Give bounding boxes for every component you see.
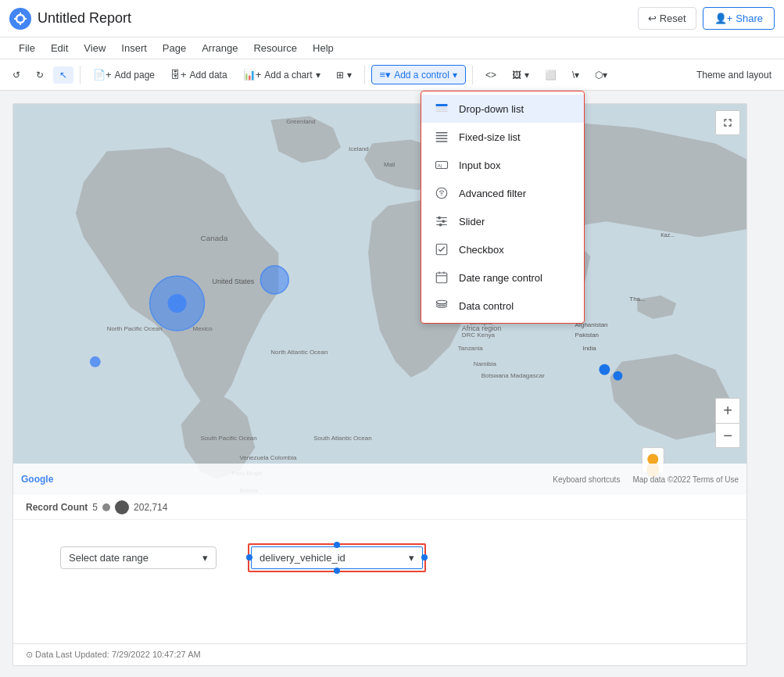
control-handle-bottom[interactable] (334, 568, 340, 574)
menu-item-input-box[interactable]: A| Input box (421, 151, 584, 179)
controls-row: Select date range ▾ delivery_vehicle_id … (13, 530, 746, 585)
menu-item-slider[interactable]: Slider (421, 207, 584, 235)
toolbar-divider-2 (364, 66, 365, 84)
menu-item-checkbox[interactable]: Checkbox (421, 235, 584, 263)
record-dot-large (115, 500, 129, 514)
control-handle-right[interactable] (421, 554, 428, 561)
component-chevron-icon: ▾ (347, 70, 352, 81)
undo-button[interactable]: ↺ (6, 66, 27, 84)
data-control-label: Data control (459, 300, 514, 312)
menu-page[interactable]: Page (156, 41, 192, 56)
reset-button[interactable]: ↩ Reset (638, 7, 696, 30)
svg-text:Iceland: Iceland (349, 145, 369, 152)
control-icon: ≡▾ (380, 69, 392, 81)
date-range-label: Date range control (459, 272, 542, 284)
date-range-icon (434, 270, 449, 285)
svg-text:Canada: Canada (200, 234, 227, 242)
share-button[interactable]: 👤+ Share (703, 7, 775, 30)
svg-text:A|: A| (438, 163, 442, 168)
dropdown-control-value: delivery_vehicle_id (260, 552, 345, 564)
record-count-number: 202,714 (134, 502, 167, 513)
add-chart-icon: 📊+ (243, 69, 262, 81)
redo-icon: ↻ (36, 70, 44, 81)
google-logo: Google (21, 474, 53, 485)
menu-bar: File Edit View Insert Page Arrange Resou… (0, 38, 784, 59)
menu-edit[interactable]: Edit (45, 41, 74, 56)
frame-button[interactable]: ⬜ (539, 66, 563, 84)
add-component-button[interactable]: ⊞ ▾ (330, 66, 358, 84)
checkbox-icon (434, 242, 449, 257)
map-zoom-out-button[interactable]: − (715, 423, 740, 448)
add-page-label: Add page (115, 70, 155, 81)
theme-layout-button[interactable]: Theme and layout (690, 66, 778, 84)
redo-button[interactable]: ↻ (30, 66, 50, 84)
code-button[interactable]: <> (479, 66, 503, 84)
data-last-updated: ⊙ Data Last Updated: 7/29/2022 10:47:27 … (26, 650, 201, 660)
menu-item-advanced-filter[interactable]: Advanced filter (421, 179, 584, 207)
add-chart-label: Add a chart (264, 70, 312, 81)
menu-item-fixed-size-list[interactable]: Fixed-size list (421, 123, 584, 151)
menu-view[interactable]: View (77, 41, 112, 56)
control-handle-top[interactable] (334, 542, 340, 548)
menu-help[interactable]: Help (306, 41, 340, 56)
input-box-label: Input box (459, 159, 501, 171)
svg-text:North Pacific Ocean: North Pacific Ocean (107, 325, 163, 332)
svg-rect-64 (436, 273, 447, 283)
add-chart-button[interactable]: 📊+ Add a chart ▾ (237, 66, 327, 84)
add-page-icon: 📄+ (93, 69, 112, 81)
menu-insert[interactable]: Insert (115, 41, 153, 56)
shape-icon: ⬡▾ (595, 70, 607, 81)
svg-rect-49 (436, 135, 448, 137)
svg-text:South Pacific Ocean: South Pacific Ocean (200, 435, 256, 442)
select-tool-button[interactable]: ↖ (53, 66, 73, 84)
menu-arrange[interactable]: Arrange (195, 41, 244, 56)
svg-text:Mexico: Mexico (193, 325, 213, 332)
add-page-button[interactable]: 📄+ Add page (87, 66, 161, 84)
add-data-button[interactable]: 🗄+ Add data (164, 66, 234, 84)
line-button[interactable]: \▾ (566, 66, 585, 84)
menu-item-dropdown-list[interactable]: Drop-down list (421, 95, 584, 123)
svg-text:Tha...: Tha... (629, 296, 645, 303)
data-control-icon (434, 298, 449, 313)
record-count-value: 5 (92, 502, 98, 513)
dropdown-control-inner[interactable]: delivery_vehicle_id ▾ (251, 546, 423, 569)
add-data-label: Add data (190, 70, 227, 81)
add-control-label: Add a control (394, 70, 449, 81)
shape-button[interactable]: ⬡▾ (589, 66, 614, 84)
add-control-button[interactable]: ≡▾ Add a control ▾ (371, 65, 466, 84)
svg-text:United States: United States (212, 278, 254, 285)
slider-label: Slider (459, 216, 485, 227)
svg-text:Greenland: Greenland (286, 118, 315, 125)
svg-point-10 (599, 364, 610, 375)
image-icon: 🖼 (512, 70, 521, 81)
svg-point-8 (260, 266, 288, 294)
image-button[interactable]: 🖼 ▾ (506, 66, 535, 84)
record-count-bar: Record Count 5 202,714 (13, 495, 746, 520)
svg-rect-50 (436, 138, 448, 140)
dropdown-list-icon (434, 101, 449, 116)
control-handle-left[interactable] (246, 554, 252, 561)
map-zoom-in-button[interactable]: + (715, 398, 740, 423)
menu-resource[interactable]: Resource (247, 41, 303, 56)
svg-text:Botswana Madagascar: Botswana Madagascar (481, 372, 545, 379)
map-fullscreen-button[interactable] (715, 110, 740, 135)
record-dot-small (102, 503, 110, 511)
dropdown-control-selected: delivery_vehicle_id ▾ (248, 543, 426, 572)
fixed-size-list-icon (434, 129, 449, 145)
reset-icon: ↩ (648, 13, 657, 24)
svg-point-62 (439, 224, 442, 227)
world-map: Canada United States Mexico North Pacifi… (13, 104, 746, 495)
date-range-control[interactable]: Select date range ▾ (60, 546, 217, 569)
menu-item-data-control[interactable]: Data control (421, 292, 584, 320)
svg-rect-47 (436, 111, 448, 112)
svg-point-7 (168, 294, 187, 313)
menu-item-date-range[interactable]: Date range control (421, 263, 584, 292)
svg-text:India: India (582, 345, 596, 352)
top-bar-right: ↩ Reset 👤+ Share (638, 7, 775, 30)
reset-label: Reset (660, 13, 686, 24)
main-area: Canada United States Mexico North Pacifi… (0, 91, 784, 677)
code-icon: <> (485, 70, 496, 81)
add-chart-chevron-icon: ▾ (316, 70, 320, 81)
menu-file[interactable]: File (13, 41, 41, 56)
svg-rect-48 (436, 132, 448, 134)
